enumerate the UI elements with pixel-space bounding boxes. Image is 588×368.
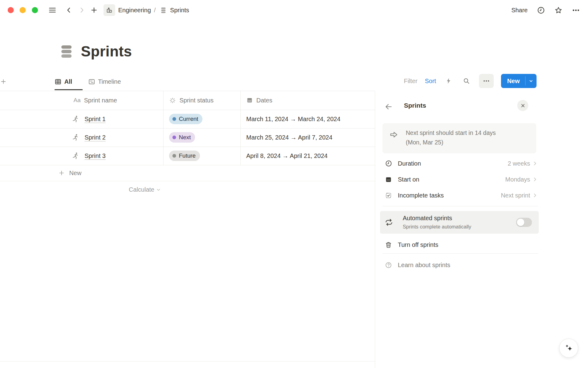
- tab-all[interactable]: All: [55, 73, 72, 90]
- title-bar: Engineering / Sprints Share: [0, 0, 588, 20]
- status-label: Next: [179, 134, 191, 141]
- back-arrow-icon[interactable]: [384, 102, 393, 111]
- filter-button[interactable]: Filter: [404, 78, 417, 85]
- forward-icon[interactable]: [78, 6, 86, 14]
- chevron-right-icon: [532, 192, 538, 198]
- status-pill[interactable]: Future: [169, 151, 200, 161]
- sprint-runner-icon: [72, 115, 80, 123]
- status-dot-icon: [172, 117, 176, 121]
- back-icon[interactable]: [65, 6, 73, 14]
- chevron-down-icon: [156, 187, 161, 192]
- page-title-text[interactable]: Sprints: [81, 43, 132, 60]
- sort-button[interactable]: Sort: [425, 78, 436, 85]
- status-label: Current: [179, 116, 198, 122]
- chevron-right-icon: [532, 160, 538, 167]
- view-settings-ellipsis-button[interactable]: [479, 74, 494, 88]
- notion-window: Engineering / Sprints Share: [0, 0, 588, 368]
- sprint-name-link[interactable]: Sprint 3: [85, 147, 106, 165]
- clock-history-icon[interactable]: [537, 6, 545, 14]
- grid-line: [0, 181, 375, 181]
- automated-sprints-description: Sprints complete automatically: [403, 224, 471, 230]
- table-view-icon: [55, 78, 62, 85]
- arrow-right-outline-icon: [389, 130, 399, 140]
- zoom-window-button[interactable]: [32, 7, 38, 13]
- ai-sparkle-button[interactable]: [559, 339, 578, 358]
- status-pill[interactable]: Current: [169, 114, 202, 124]
- date-range-cell[interactable]: April 8, 2024 → April 21, 2024: [246, 147, 328, 165]
- breadcrumb: Engineering / Sprints: [104, 0, 189, 20]
- panel-divider: [383, 253, 538, 254]
- setting-row-duration[interactable]: Duration 2 weeks: [383, 155, 538, 171]
- text-property-icon: Aa: [74, 97, 81, 104]
- repeat-icon: [385, 218, 393, 226]
- setting-row-incomplete-tasks[interactable]: Incomplete tasks Next sprint: [383, 187, 538, 203]
- close-window-button[interactable]: [8, 7, 14, 13]
- sprint-runner-icon: [72, 133, 80, 141]
- calculate-button[interactable]: Calculate: [101, 181, 161, 198]
- plus-icon: [58, 170, 65, 176]
- page-database-icon: [59, 44, 74, 59]
- next-sprint-notice: Next sprint should start in 14 days (Mon…: [383, 123, 536, 153]
- setting-label: Start on: [398, 176, 419, 183]
- sprint-name-link[interactable]: Sprint 2: [85, 128, 106, 147]
- close-icon[interactable]: [517, 100, 528, 111]
- favorite-star-icon[interactable]: [554, 6, 563, 14]
- setting-label: Incomplete tasks: [398, 192, 444, 199]
- chevron-right-icon: [532, 176, 538, 182]
- database-icon: [160, 7, 167, 14]
- setting-label: Duration: [398, 160, 421, 167]
- column-label: Sprint name: [84, 97, 117, 104]
- automations-bolt-icon[interactable]: [443, 76, 454, 86]
- column-label: Dates: [256, 97, 272, 104]
- workspace-building-icon[interactable]: [104, 4, 115, 16]
- view-toolbar: Filter Sort New: [404, 73, 537, 89]
- setting-value: Next sprint: [501, 192, 530, 199]
- date-range-cell[interactable]: March 25, 2024 → April 7, 2024: [246, 128, 332, 147]
- turn-off-sprints-button[interactable]: Turn off sprints: [383, 237, 538, 253]
- learn-about-sprints-link[interactable]: Learn about sprints: [383, 257, 538, 273]
- status-property-icon: [169, 97, 176, 104]
- clock-icon: [385, 160, 392, 167]
- page-title: Sprints: [59, 43, 132, 60]
- new-record-button[interactable]: New: [501, 74, 537, 88]
- automated-sprints-label: Automated sprints: [403, 215, 452, 222]
- panel-title: Sprints: [404, 102, 426, 109]
- notice-text: Next sprint should start in 14 days (Mon…: [406, 128, 511, 147]
- turn-off-label: Turn off sprints: [398, 241, 438, 248]
- sprint-name-link[interactable]: Sprint 1: [85, 110, 106, 128]
- setting-value: Mondays: [505, 176, 530, 183]
- help-circle-icon: [385, 262, 392, 269]
- automated-sprints-toggle[interactable]: [516, 218, 532, 227]
- setting-row-start-on[interactable]: Start on Mondays: [383, 171, 538, 187]
- breadcrumb-page[interactable]: Sprints: [170, 7, 189, 14]
- automated-sprints-row[interactable]: Automated sprints Sprints complete autom…: [380, 211, 539, 234]
- panel-divider: [383, 206, 538, 206]
- column-label: Sprint status: [179, 97, 213, 104]
- tab-timeline-label: Timeline: [98, 78, 121, 85]
- new-row-button[interactable]: New: [0, 165, 375, 181]
- active-tab-underline: [55, 89, 83, 90]
- new-page-icon[interactable]: [90, 6, 98, 14]
- minimize-window-button[interactable]: [20, 7, 26, 13]
- content-bottom-divider: [0, 361, 375, 362]
- table-row[interactable]: Sprint 1 Current March 11, 2024 → March …: [0, 110, 375, 128]
- breadcrumb-workspace[interactable]: Engineering: [118, 7, 151, 14]
- column-header-sprint-name[interactable]: Aa Sprint name: [74, 91, 117, 110]
- column-header-dates[interactable]: Dates: [246, 91, 272, 110]
- date-range-cell[interactable]: March 11, 2024 → March 24, 2024: [246, 110, 341, 128]
- table-row[interactable]: Sprint 2 Next March 25, 2024 → April 7, …: [0, 128, 375, 147]
- share-button[interactable]: Share: [511, 7, 528, 14]
- table-row[interactable]: Sprint 3 Future April 8, 2024 → April 21…: [0, 147, 375, 165]
- column-header-sprint-status[interactable]: Sprint status: [169, 91, 213, 110]
- trash-icon: [385, 241, 392, 248]
- more-options-icon[interactable]: [572, 6, 580, 14]
- date-property-icon: [246, 97, 253, 104]
- calendar-icon: [385, 176, 392, 183]
- new-button-chevron-down-icon[interactable]: [526, 74, 537, 88]
- status-pill[interactable]: Next: [169, 132, 195, 143]
- new-button-label[interactable]: New: [501, 74, 525, 88]
- sprint-settings-panel: Sprints Next sprint should start in 14 d…: [375, 91, 588, 368]
- search-icon[interactable]: [461, 76, 472, 86]
- sidebar-menu-icon[interactable]: [48, 6, 56, 14]
- tab-timeline[interactable]: Timeline: [88, 73, 121, 90]
